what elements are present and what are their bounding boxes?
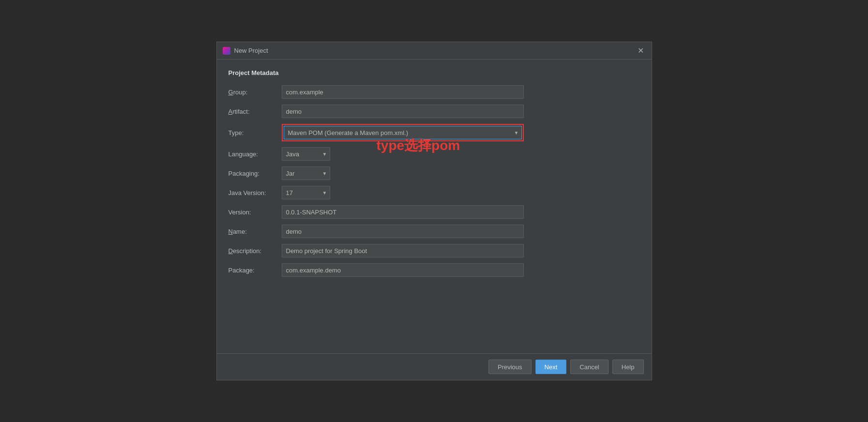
artifact-row: Artifact: — [228, 105, 640, 118]
language-dropdown-wrapper: Java Kotlin Groovy ▼ — [282, 147, 330, 161]
title-bar: New Project ✕ — [217, 42, 652, 60]
packaging-select[interactable]: Jar War — [282, 166, 330, 180]
language-row: Language: Java Kotlin Groovy ▼ — [228, 147, 640, 161]
java-version-select[interactable]: 17 11 8 21 — [282, 186, 330, 199]
group-row: Group: — [228, 85, 640, 99]
version-row: Version: — [228, 205, 640, 219]
dialog-content: Project Metadata Group: Artifact: Type: … — [217, 60, 652, 353]
app-icon — [223, 47, 230, 55]
language-label: Language: — [228, 151, 282, 158]
java-version-dropdown-wrapper: 17 11 8 21 ▼ — [282, 186, 330, 199]
language-select[interactable]: Java Kotlin Groovy — [282, 147, 330, 161]
java-version-label: Java Version: — [228, 189, 282, 196]
package-input[interactable] — [282, 263, 524, 277]
type-label: Type: — [228, 129, 282, 136]
packaging-dropdown-wrapper: Jar War ▼ — [282, 166, 330, 180]
type-select[interactable]: Maven POM (Generate a Maven pom.xml.) Ma… — [284, 126, 522, 139]
artifact-input[interactable] — [282, 105, 524, 118]
version-input[interactable] — [282, 205, 524, 219]
new-project-dialog: New Project ✕ Project Metadata Group: Ar… — [216, 42, 652, 380]
package-row: Package: — [228, 263, 640, 277]
title-bar-left: New Project — [223, 47, 268, 55]
type-select-wrapper: Maven POM (Generate a Maven pom.xml.) Ma… — [282, 124, 524, 141]
description-row: Description: — [228, 244, 640, 257]
package-label: Package: — [228, 267, 282, 274]
section-title: Project Metadata — [228, 69, 640, 76]
name-row: Name: — [228, 225, 640, 238]
next-button[interactable]: Next — [535, 360, 567, 374]
dialog-title: New Project — [234, 47, 268, 54]
name-input[interactable] — [282, 225, 524, 238]
artifact-label: Artifact: — [228, 108, 282, 115]
group-input[interactable] — [282, 85, 524, 99]
cancel-button[interactable]: Cancel — [570, 360, 608, 374]
bottom-bar: Previous Next Cancel Help — [217, 353, 652, 380]
version-label: Version: — [228, 209, 282, 216]
description-input[interactable] — [282, 244, 524, 257]
description-label: Description: — [228, 247, 282, 255]
close-button[interactable]: ✕ — [636, 46, 646, 56]
type-row: Type: Maven POM (Generate a Maven pom.xm… — [228, 124, 640, 141]
java-version-row: Java Version: 17 11 8 21 ▼ — [228, 186, 640, 199]
packaging-row: Packaging: Jar War ▼ — [228, 166, 640, 180]
previous-button[interactable]: Previous — [488, 360, 532, 374]
packaging-label: Packaging: — [228, 170, 282, 177]
group-label: Group: — [228, 89, 282, 96]
help-button[interactable]: Help — [612, 360, 644, 374]
name-label: Name: — [228, 228, 282, 235]
